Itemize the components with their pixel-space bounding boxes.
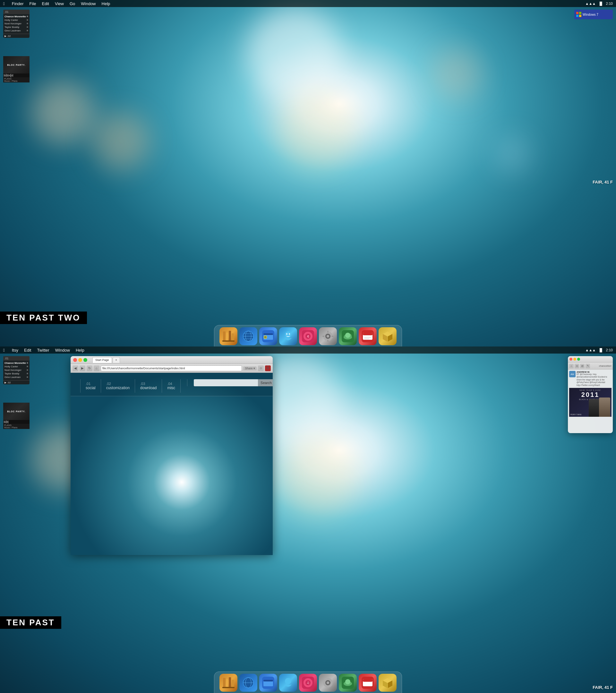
- track-name-b4: Taylor Boddy: [4, 372, 19, 375]
- reader-button[interactable]: R: [265, 365, 271, 371]
- itsy-menu[interactable]: Itsy: [11, 348, 19, 353]
- track-name-5: Gino Lautman: [4, 29, 21, 32]
- itunes-track-5[interactable]: Gino Lautman ≡: [3, 29, 29, 33]
- search-input[interactable]: [194, 379, 258, 386]
- tab-label-2: ×: [116, 358, 117, 361]
- dock2-icon-box[interactable]: [379, 674, 397, 692]
- share-button[interactable]: Share ▾: [243, 367, 257, 370]
- itunes-header: .01: [3, 9, 29, 14]
- nav-item-02[interactable]: .02 customization: [101, 379, 135, 393]
- back-button[interactable]: ◀: [73, 365, 78, 371]
- dock2-icon-preferences[interactable]: [319, 674, 337, 692]
- maximize-button[interactable]: [83, 358, 87, 362]
- itunes-track-b3[interactable]: Noel Kerzinger ≡: [3, 368, 29, 372]
- apple-menu[interactable]: : [3, 1, 5, 6]
- twitter-panel: ⌂ ◎ @ ✎ chancellorr AW ANDREW W. RT @Che…: [568, 356, 613, 433]
- itunes-more-label: ▶ .02: [4, 35, 11, 38]
- home-button[interactable]: ⌂: [94, 365, 99, 371]
- dock-icon-bookshelf[interactable]: [219, 327, 237, 345]
- minimize-button[interactable]: [78, 358, 82, 362]
- waveform-bar-7: [9, 75, 10, 77]
- startpage-bg: [71, 373, 273, 555]
- track-name-3: Noel Kerzinger: [4, 22, 21, 25]
- twitter-home-btn[interactable]: ⌂: [569, 364, 574, 368]
- itunes-track-b4[interactable]: Taylor Boddy ≡: [3, 372, 29, 375]
- url-bar[interactable]: file:///Users/chancellormonnette/Documen…: [101, 365, 242, 371]
- dock2-icon-bookshelf[interactable]: [219, 674, 237, 692]
- itunes-track-1[interactable]: Chance Monnette ≡: [3, 15, 29, 18]
- itunes-track-4[interactable]: Taylor Boddy ≡: [3, 25, 29, 29]
- nav-item-01[interactable]: .01 social: [80, 379, 101, 393]
- dock2-icon-flashcard[interactable]: [359, 674, 377, 692]
- nav-item-04[interactable]: .04 misc: [162, 379, 181, 393]
- file-menu[interactable]: File: [29, 1, 37, 6]
- reload-button[interactable]: ↻: [87, 365, 93, 371]
- view-menu[interactable]: View: [54, 1, 64, 6]
- itunes-more[interactable]: ▶ .02: [3, 34, 29, 38]
- itunes-track-b1[interactable]: Chance Monnette ≡: [3, 361, 29, 365]
- dock-icon-preferences[interactable]: [319, 327, 337, 345]
- nav-item-03[interactable]: .03 download: [135, 379, 162, 393]
- nav-number-03: .03: [140, 382, 157, 385]
- album-cover-image: BLOC PARTY.: [3, 56, 29, 74]
- apple-menu-2[interactable]: : [3, 348, 5, 353]
- twitter-mentions-btn[interactable]: @: [580, 364, 584, 368]
- dock-icon-adium[interactable]: [279, 327, 297, 345]
- itunes-track-2[interactable]: Holly Carter ≡: [3, 18, 29, 22]
- itunes-track-3[interactable]: Noel Kerzinger ≡: [3, 22, 29, 25]
- dock2-icon-cloud[interactable]: [339, 674, 357, 692]
- track-name-b2: Holly Carter: [4, 365, 18, 368]
- bottom-menubar-right: ▲▲▲ ▐▌ 2:10: [585, 348, 616, 352]
- twitter-close[interactable]: [570, 358, 572, 361]
- dock-icon-itunes[interactable]: ♫: [299, 327, 317, 345]
- nav-label-03: download: [140, 385, 157, 390]
- twitter-search-btn[interactable]: ◎: [575, 364, 579, 368]
- itunes-track-b2[interactable]: Holly Carter ≡: [3, 365, 29, 368]
- edit-menu[interactable]: Edit: [41, 1, 50, 6]
- itunes-more-2[interactable]: ▶ .02: [3, 380, 29, 384]
- svg-rect-2: [576, 15, 578, 17]
- dock-icon-cloud[interactable]: [339, 327, 357, 345]
- bookmark-button[interactable]: ✩: [258, 365, 264, 371]
- tab-label-1: Start Page: [95, 358, 109, 361]
- svg-point-22: [289, 333, 290, 335]
- help-menu-2[interactable]: Help: [75, 348, 85, 353]
- go-menu[interactable]: Go: [69, 1, 76, 6]
- dock2-icon-adium[interactable]: [279, 674, 297, 692]
- search-button[interactable]: Search: [258, 379, 273, 386]
- twitter-compose-btn[interactable]: ✎: [585, 364, 590, 368]
- twitter-maximize[interactable]: [577, 358, 580, 361]
- svg-point-39: [345, 333, 350, 338]
- dock-icon-finder[interactable]: [259, 327, 277, 345]
- dock2-icon-finder[interactable]: [259, 674, 277, 692]
- svg-rect-51: [226, 679, 228, 688]
- dock2-icon-itunes[interactable]: ♫: [299, 674, 317, 692]
- window-menu-2[interactable]: Window: [55, 348, 71, 353]
- twitter-minimize[interactable]: [573, 358, 576, 361]
- help-menu[interactable]: Help: [101, 1, 111, 6]
- browser-tab-1[interactable]: Start Page: [93, 357, 112, 363]
- twitter-titlebar: [568, 356, 613, 362]
- dock-icon-flashcard[interactable]: [359, 327, 377, 345]
- top-screen:  Finder File Edit View Go Window Help ▲…: [0, 0, 616, 346]
- itunes-widget-2: .01 Chance Monnette ≡ Holly Carter ≡ Noe…: [3, 356, 29, 384]
- svg-point-71: [345, 679, 350, 684]
- svg-rect-8: [222, 340, 235, 342]
- win7-widget[interactable]: Windows 7: [574, 9, 613, 19]
- dock-icon-box[interactable]: [379, 327, 397, 345]
- dock2-icon-network[interactable]: [239, 674, 257, 692]
- tweet-text-area-1: ANDREW W. RT @Checkovip: Hey @chancellor…: [577, 371, 612, 387]
- twitter-menu[interactable]: Twitter: [36, 348, 50, 353]
- dock-icon-network[interactable]: [239, 327, 257, 345]
- itunes-widget: .01 Chance Monnette ≡ Holly Carter ≡ Noe…: [3, 9, 29, 38]
- edit-menu-2[interactable]: Edit: [23, 348, 32, 353]
- close-button[interactable]: [73, 358, 77, 362]
- album-sub2: Music / Plans: [4, 80, 28, 82]
- itunes-track-b5[interactable]: Gino Lautman ≡: [3, 375, 29, 379]
- forward-button[interactable]: ▶: [80, 365, 85, 371]
- window-menu[interactable]: Window: [80, 1, 96, 6]
- finder-icon-2: [262, 677, 274, 689]
- browser-tab-2[interactable]: ×: [113, 357, 120, 363]
- finder-menu[interactable]: Finder: [11, 1, 24, 6]
- svg-rect-31: [327, 331, 328, 333]
